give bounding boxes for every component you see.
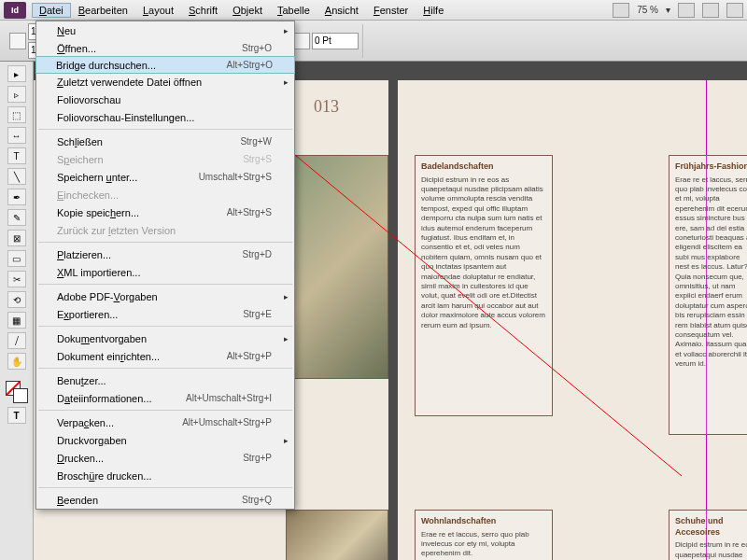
view-mode-1[interactable] bbox=[678, 3, 695, 18]
text-frame-4[interactable]: Schuhe und Accesoires Dicipid estrum in … bbox=[669, 510, 747, 560]
menuitem-label: Dateiinformationen... bbox=[57, 393, 186, 404]
separator bbox=[38, 284, 292, 285]
menuitem-label: Öffnen... bbox=[57, 43, 242, 54]
hand-tool[interactable]: ✋ bbox=[7, 353, 26, 370]
frame-body: Dicipid estrum in re eos as quaepetaqui … bbox=[421, 175, 546, 330]
gap-tool[interactable]: ↔ bbox=[7, 127, 26, 144]
menu-fenster[interactable]: Fenster bbox=[366, 3, 416, 18]
menuitem-label: Exportieren... bbox=[57, 309, 243, 320]
menuitem-kopie-speichern[interactable]: Kopie speichern...Alt+Strg+S bbox=[36, 203, 294, 221]
pencil-tool[interactable]: ✎ bbox=[7, 209, 26, 226]
view-mode-2[interactable] bbox=[702, 3, 719, 18]
menuitem-label: Benutzer... bbox=[57, 375, 272, 386]
menuitem-dateiinformationen[interactable]: Dateiinformationen...Alt+Umschalt+Strg+I bbox=[36, 389, 294, 407]
menuitem-label: Broschüre drucken... bbox=[57, 470, 272, 482]
stroke-icon[interactable] bbox=[293, 33, 310, 49]
frame-body: Erae re et laccus, serro quo plab invele… bbox=[675, 175, 747, 370]
type-tool[interactable]: T bbox=[7, 147, 26, 164]
separator bbox=[38, 326, 292, 327]
rectangle-tool[interactable]: ▭ bbox=[7, 250, 26, 267]
frame-body: Erae re et laccus, serro quo plab invele… bbox=[421, 530, 546, 559]
stroke-weight[interactable]: 0 Pt bbox=[312, 33, 359, 49]
shortcut: Alt+Strg+P bbox=[227, 351, 272, 361]
menuitem-label: Verpacken... bbox=[57, 417, 182, 428]
transform-tool[interactable]: ⟲ bbox=[7, 291, 26, 308]
page-tool[interactable]: ⬚ bbox=[7, 106, 26, 123]
menuitem-ffnen[interactable]: Öffnen...Strg+O bbox=[36, 39, 294, 57]
ref-point-icon[interactable] bbox=[9, 33, 26, 49]
view-mode-3[interactable] bbox=[726, 3, 743, 18]
frame-title: Frühjahrs-Fashion bbox=[675, 161, 747, 173]
menuitem-platzieren[interactable]: Platzieren...Strg+D bbox=[36, 245, 294, 263]
frame-title: Wohnlandschaften bbox=[421, 516, 546, 527]
menuitem-einchecken: Einchecken... bbox=[36, 186, 294, 203]
menu-hilfe[interactable]: Hilfe bbox=[416, 3, 451, 18]
frame-tool[interactable]: ⊠ bbox=[7, 230, 26, 246]
menuitem-neu[interactable]: Neu bbox=[36, 21, 294, 39]
pen-tool[interactable]: ✒ bbox=[7, 189, 26, 205]
menuitem-adobe-pdf-vorgaben[interactable]: Adobe PDF-Vorgaben bbox=[36, 287, 294, 305]
menuitem-zuletzt-verwendete-datei-ffnen[interactable]: Zuletzt verwendete Datei öffnen bbox=[36, 73, 294, 91]
menuitem-label: Foliovorschau-Einstellungen... bbox=[57, 112, 272, 123]
separator bbox=[38, 242, 292, 243]
page-heading: 013 bbox=[314, 97, 339, 117]
menuitem-druckvorgaben[interactable]: Druckvorgaben bbox=[36, 431, 294, 449]
menu-ansicht[interactable]: Ansicht bbox=[317, 3, 366, 18]
menuitem-exportieren[interactable]: Exportieren...Strg+E bbox=[36, 305, 294, 323]
menu-bearbeiten[interactable]: Bearbeiten bbox=[71, 3, 135, 18]
menuitem-foliovorschau-einstellungen[interactable]: Foliovorschau-Einstellungen... bbox=[36, 108, 294, 126]
frame-body: Dicipid estrum in re eos quaepetaqui nus… bbox=[675, 540, 747, 560]
gradient-tool[interactable]: ▦ bbox=[7, 312, 26, 329]
format-text-icon[interactable]: T bbox=[7, 407, 26, 424]
scissors-tool[interactable]: ✂ bbox=[7, 271, 26, 287]
menu-schrift[interactable]: Schrift bbox=[181, 3, 225, 18]
menuitem-verpacken[interactable]: Verpacken...Alt+Umschalt+Strg+P bbox=[36, 413, 294, 431]
menuitem-zur-ck-zur-letzten-version: Zurück zur letzten Version bbox=[36, 221, 294, 239]
text-frame-2[interactable]: Frühjahrs-Fashion Erae re et laccus, ser… bbox=[669, 155, 747, 435]
menu-layout[interactable]: Layout bbox=[135, 3, 181, 18]
menuitem-beenden[interactable]: BeendenStrg+Q bbox=[36, 491, 294, 509]
image-frame-1[interactable] bbox=[286, 155, 388, 379]
selection-tool[interactable]: ▸ bbox=[7, 65, 26, 82]
file-menu-dropdown: NeuÖffnen...Strg+OBridge durchsuchen...A… bbox=[35, 21, 295, 510]
menuitem-label: Zurück zur letzten Version bbox=[57, 225, 272, 236]
br-button[interactable] bbox=[613, 3, 629, 18]
menuitem-brosch-re-drucken[interactable]: Broschüre drucken... bbox=[36, 467, 294, 484]
shortcut: Umschalt+Strg+S bbox=[199, 172, 272, 182]
image-frame-2[interactable] bbox=[286, 510, 388, 560]
menuitem-benutzer[interactable]: Benutzer... bbox=[36, 371, 294, 389]
menuitem-foliovorschau[interactable]: Foliovorschau bbox=[36, 91, 294, 108]
menuitem-dokument-einrichten[interactable]: Dokument einrichten...Alt+Strg+P bbox=[36, 347, 294, 365]
line-tool[interactable]: ╲ bbox=[7, 168, 26, 185]
menuitem-dokumentvorgaben[interactable]: Dokumentvorgaben bbox=[36, 329, 294, 347]
menuitem-label: Foliovorschau bbox=[57, 94, 272, 105]
menu-objekt[interactable]: Objekt bbox=[225, 3, 270, 18]
menuitem-label: Zuletzt verwendete Datei öffnen bbox=[57, 77, 272, 88]
menuitem-label: Adobe PDF-Vorgaben bbox=[57, 291, 272, 302]
separator bbox=[38, 368, 292, 369]
shortcut: Alt+Strg+S bbox=[227, 207, 272, 217]
shortcut: Strg+Q bbox=[242, 495, 272, 505]
shortcut: Strg+P bbox=[243, 453, 272, 463]
menuitem-label: Platzieren... bbox=[57, 249, 243, 260]
menuitem-label: Speichern bbox=[57, 154, 243, 165]
menuitem-label: Kopie speichern... bbox=[57, 207, 227, 218]
direct-select-tool[interactable]: ▹ bbox=[7, 86, 26, 103]
menuitem-xml-importieren[interactable]: XML importieren... bbox=[36, 263, 294, 281]
shortcut: Alt+Strg+O bbox=[227, 60, 273, 70]
eyedropper-tool[interactable]: ⧸ bbox=[7, 332, 26, 349]
frame-title: Badelandschaften bbox=[421, 161, 546, 173]
text-frame-3[interactable]: Wohnlandschaften Erae re et laccus, serr… bbox=[415, 510, 553, 560]
text-frame-1[interactable]: Badelandschaften Dicipid estrum in re eo… bbox=[415, 155, 553, 416]
fill-stroke-swatch[interactable] bbox=[6, 381, 28, 403]
menuitem-schlie-en[interactable]: SchließenStrg+W bbox=[36, 133, 294, 150]
menuitem-drucken[interactable]: Drucken...Strg+P bbox=[36, 449, 294, 467]
menu-datei[interactable]: Datei bbox=[32, 3, 71, 18]
menuitem-bridge-durchsuchen[interactable]: Bridge durchsuchen...Alt+Strg+O bbox=[35, 56, 295, 74]
zoom-value[interactable]: 75 % bbox=[637, 5, 658, 15]
menu-tabelle[interactable]: Tabelle bbox=[270, 3, 317, 18]
menuitem-label: Neu bbox=[57, 25, 272, 36]
menubar: Id DateiBearbeitenLayoutSchriftObjektTab… bbox=[0, 0, 747, 21]
menuitem-speichern-unter[interactable]: Speichern unter...Umschalt+Strg+S bbox=[36, 168, 294, 186]
menuitem-label: Dokument einrichten... bbox=[57, 351, 227, 362]
